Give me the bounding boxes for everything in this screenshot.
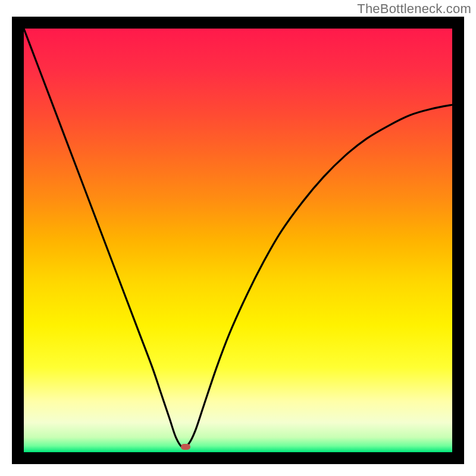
chart-plot-area [24, 29, 452, 452]
watermark-text: TheBottleneck.com [357, 1, 471, 17]
bottleneck-curve [24, 29, 452, 452]
optimal-marker [181, 444, 190, 450]
chart-frame [12, 17, 464, 464]
stage: TheBottleneck.com [0, 0, 476, 476]
